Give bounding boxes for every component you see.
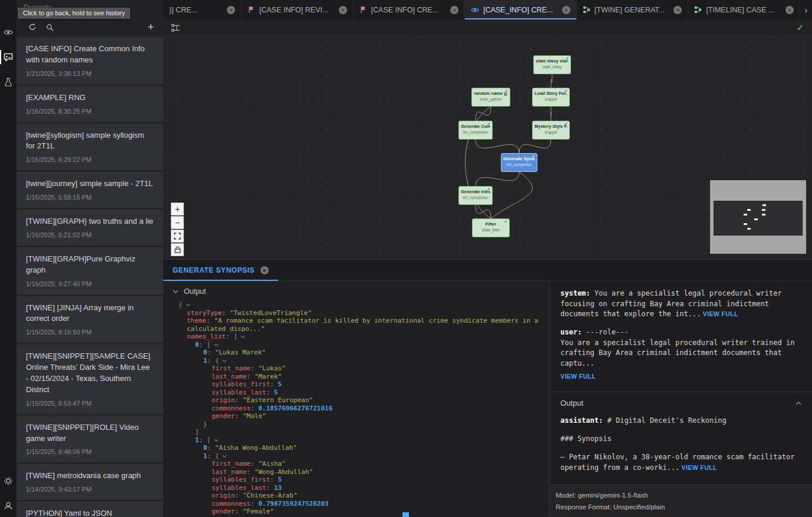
- graph-canvas[interactable]: + − state mkey stor...state_mkey✓random …: [163, 37, 812, 259]
- minimap-node: [762, 214, 765, 216]
- tree-line: ]: [179, 428, 544, 436]
- prompt-timestamp: 1/15/2025, 8:53:47 PM: [26, 400, 154, 407]
- list-item[interactable]: [twine][journey] simple sample - 2T1L1/1…: [16, 172, 163, 208]
- view-full-link[interactable]: VIEW FULL: [560, 372, 801, 381]
- graph-node[interactable]: Load Story For...snippet✓: [532, 88, 570, 107]
- message-text: system: You are a specialist legal proce…: [560, 289, 801, 320]
- graph-node[interactable]: random name g...exec_python✓: [471, 88, 510, 107]
- editor-tab[interactable]: [CASE INFO] CRE...×: [354, 0, 466, 19]
- output-tree-header: Output: [163, 281, 549, 300]
- list-item[interactable]: [TWINE][SNIPPET][SAMPLE CASE] Online Thr…: [16, 344, 163, 413]
- prompt-title: [TWINE][SNIPPET][SAMPLE CASE] Online Thr…: [26, 351, 154, 395]
- close-icon[interactable]: ×: [785, 6, 794, 14]
- collapse-icon[interactable]: [214, 341, 219, 349]
- collapse-icon[interactable]: [796, 401, 801, 405]
- editor-tab[interactable]: [TIMELINE] CASE ...×: [688, 0, 800, 19]
- editor-tab[interactable]: )] CRE...×: [163, 0, 242, 19]
- list-item[interactable]: [TWINE][GRAPH]Pure Graphviz graph1/15/20…: [16, 247, 163, 294]
- graph-node[interactable]: Generate Comm...llm_completion✓: [458, 121, 493, 140]
- add-prompt-button[interactable]: +: [147, 22, 154, 32]
- collapse-icon[interactable]: [222, 357, 227, 365]
- check-icon: ✓: [504, 219, 508, 224]
- tab-label: [TWINE] GENERAT...: [595, 6, 670, 14]
- flask-icon[interactable]: [0, 75, 16, 88]
- list-item[interactable]: [TWINE] [JINJA] Array merge in correct o…: [16, 296, 163, 343]
- node-subtitle: state_mkey: [536, 65, 569, 69]
- message: system: You are a specialist legal proce…: [560, 289, 801, 320]
- tree-line: names_list: [: [179, 333, 544, 341]
- close-icon[interactable]: ×: [562, 6, 570, 14]
- fit-view-button[interactable]: [171, 230, 184, 243]
- layout-icon[interactable]: [171, 24, 180, 32]
- tree-line: 0: [: [179, 341, 544, 349]
- prompt-timestamp: 1/15/2025, 9:16:50 PM: [26, 329, 154, 336]
- graph-node[interactable]: Mystery Style F...snippet✓: [532, 121, 570, 140]
- list-item[interactable]: [TWINE][GRAPH} two truths and a lie1/16/…: [16, 210, 163, 246]
- app-window: Prompts Click to go back, hold to see hi…: [0, 0, 812, 517]
- tree-line: gender: "Male": [179, 412, 544, 420]
- list-item[interactable]: [twine][syllogism] sample syllogism for …: [16, 124, 163, 171]
- gear-icon[interactable]: [0, 475, 16, 488]
- close-icon[interactable]: ×: [260, 266, 269, 274]
- collapse-icon[interactable]: [240, 333, 245, 341]
- collapse-icon[interactable]: [214, 436, 219, 445]
- collapse-icon[interactable]: [222, 452, 227, 460]
- check-icon: ✓: [532, 154, 536, 159]
- editor-tab[interactable]: [CASE INFO] REVI...×: [242, 0, 354, 19]
- tree-line: last_name: "Wong-Abdullah": [179, 468, 544, 476]
- output-section-header: Output: [550, 392, 812, 414]
- list-item[interactable]: [TWINE][SNIPPET][ROLE] Video game writer…: [16, 416, 163, 463]
- assistant-output: assistant: # Digital Deceit's Reckoning#…: [550, 414, 812, 485]
- tab-scroll-right[interactable]: ›: [800, 0, 812, 19]
- assistant-line: assistant: # Digital Deceit's Reckoning: [560, 415, 801, 426]
- prompts-icon[interactable]: [0, 51, 16, 64]
- node-subtitle: llm_completion: [503, 163, 535, 167]
- view-full-link[interactable]: VIEW FULL: [701, 310, 738, 317]
- canvas-toolbar: ✓: [163, 19, 812, 37]
- account-icon[interactable]: [0, 499, 16, 512]
- editor-tab[interactable]: [TWINE] GENERAT...×: [577, 0, 689, 19]
- prompt-timestamp: 1/15/2025, 8:48:06 PM: [26, 448, 154, 455]
- prompt-title: [CASE INFO] Create Common Info with rand…: [26, 44, 154, 66]
- tree-line: theme: "A romance scam facilitator is ki…: [179, 317, 544, 333]
- lock-button[interactable]: [171, 243, 184, 256]
- graph-node[interactable]: state mkey stor...state_mkey✓: [533, 55, 571, 74]
- tree-line: syllables_last: 13: [179, 484, 544, 492]
- section-label: Output: [184, 287, 206, 296]
- sidebar: Prompts Click to go back, hold to see hi…: [16, 0, 163, 517]
- collapse-icon[interactable]: [173, 290, 179, 294]
- collapse-icon[interactable]: [186, 301, 190, 309]
- prompt-title: [TWINE] [JINJA] Array merge in correct o…: [26, 303, 154, 325]
- close-icon[interactable]: ×: [674, 6, 682, 14]
- node-title: Generate Comm...: [461, 124, 490, 129]
- list-item[interactable]: [EXAMPLE] RNG1/16/2025, 8:30:25 PM: [16, 86, 163, 122]
- editor-tab[interactable]: [CASE_INFO] CRE...×: [465, 0, 577, 19]
- refresh-icon[interactable]: [28, 23, 37, 31]
- tree-line: origin: "Eastern European": [179, 396, 544, 405]
- prompt-title: [twine][journey] simple sample - 2T1L: [26, 178, 154, 190]
- zoom-out-button[interactable]: −: [171, 216, 184, 229]
- prompt-title: [twine][syllogism] sample syllogism for …: [26, 130, 154, 153]
- minimap[interactable]: [710, 180, 806, 254]
- prompt-title: [TWINE][GRAPH]Pure Graphviz graph: [26, 254, 154, 276]
- list-item[interactable]: [PYTHON] Yaml to JSON: [16, 502, 163, 517]
- tab-label: [CASE INFO] CRE...: [371, 6, 447, 14]
- zoom-in-button[interactable]: +: [171, 203, 184, 216]
- panel-tab[interactable]: GENERATE SYNOPSIS ×: [163, 260, 278, 280]
- minimap-node: [762, 209, 765, 211]
- graph-node[interactable]: Generate Introd...llm_completion✓: [458, 186, 493, 205]
- panel-tab-bar: GENERATE SYNOPSIS ×: [163, 260, 812, 281]
- search-icon[interactable]: [46, 24, 54, 31]
- list-item[interactable]: [CASE INFO] Create Common Info with rand…: [16, 37, 163, 84]
- close-icon[interactable]: ×: [450, 6, 458, 14]
- panel-tab-label: GENERATE SYNOPSIS: [173, 266, 255, 274]
- view-full-link[interactable]: VIEW FULL: [679, 464, 717, 471]
- eye-icon[interactable]: [0, 26, 16, 39]
- panel-resize-handle[interactable]: [402, 512, 409, 517]
- close-icon[interactable]: ×: [339, 6, 347, 14]
- graph-node[interactable]: Generate Synop...llm_completion✓: [501, 153, 537, 172]
- node-title: Generate Introd...: [461, 189, 490, 194]
- close-icon[interactable]: ×: [227, 6, 235, 14]
- graph-node[interactable]: Filterstate_filter✓: [472, 218, 510, 237]
- list-item[interactable]: [TWINE] metroidvania case graph1/14/2025…: [16, 464, 163, 500]
